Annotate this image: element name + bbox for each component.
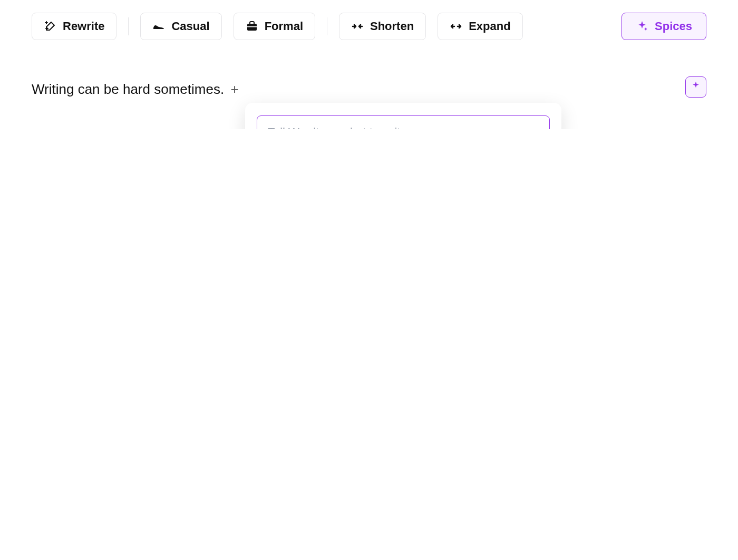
expand-button[interactable]: Expand: [438, 13, 522, 40]
spice-prompt-input[interactable]: [257, 115, 550, 129]
svg-rect-2: [247, 26, 257, 27]
rewrite-icon: [44, 20, 56, 33]
shorten-icon: [351, 20, 364, 33]
sparkle-icon: [636, 20, 648, 33]
toolbar-divider: [327, 17, 327, 35]
briefcase-icon: [246, 20, 258, 33]
spice-popup: Continue Writing Continue your text with…: [245, 103, 561, 129]
editor-area[interactable]: Writing can be hard sometimes. +: [32, 81, 706, 98]
formal-label: Formal: [265, 20, 303, 33]
shoe-icon: [152, 20, 165, 33]
expand-label: Expand: [469, 20, 510, 33]
spices-button[interactable]: Spices: [622, 13, 706, 40]
shorten-button[interactable]: Shorten: [339, 13, 426, 40]
editor-text: Writing can be hard sometimes.: [32, 81, 224, 97]
insert-button[interactable]: +: [231, 81, 239, 98]
rewrite-label: Rewrite: [63, 20, 104, 33]
shorten-label: Shorten: [370, 20, 414, 33]
expand-icon: [450, 20, 462, 33]
toolbar-divider: [128, 17, 129, 35]
spices-label: Spices: [655, 20, 692, 33]
casual-label: Casual: [171, 20, 209, 33]
casual-button[interactable]: Casual: [140, 13, 221, 40]
floating-spice-button[interactable]: [685, 76, 706, 98]
rewrite-button[interactable]: Rewrite: [32, 13, 116, 40]
formal-button[interactable]: Formal: [234, 13, 315, 40]
sparkle-icon: [691, 81, 701, 93]
toolbar: Rewrite Casual Formal Shorten Expand: [32, 13, 706, 40]
svg-rect-0: [153, 29, 164, 30]
